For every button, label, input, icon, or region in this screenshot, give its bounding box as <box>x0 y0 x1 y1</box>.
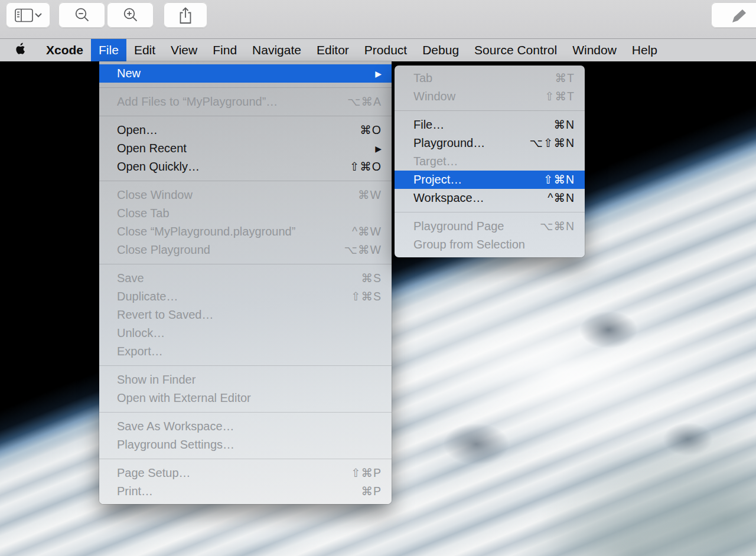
menu-item-label: Add Files to “MyPlayground”… <box>117 95 278 109</box>
menu-item-label: Duplicate… <box>117 290 178 303</box>
menubar-item-source-control[interactable]: Source Control <box>467 39 565 61</box>
zoom-out-button[interactable] <box>58 2 105 28</box>
markup-pen-icon <box>728 5 748 25</box>
menu-item-playground-settings[interactable]: Playground Settings… <box>99 436 392 454</box>
menu-item-label: Close Tab <box>117 207 170 220</box>
share-button[interactable] <box>164 2 207 28</box>
submenu-item-window[interactable]: Window ⇧⌘T <box>395 87 585 106</box>
menu-shortcut: ⌥⇧⌘N <box>530 136 575 150</box>
menubar-item-window[interactable]: Window <box>565 39 624 61</box>
menubar-item-edit[interactable]: Edit <box>126 39 163 61</box>
menu-item-label: Project… <box>413 173 462 187</box>
menu-item-revert-to-saved[interactable]: Revert to Saved… <box>99 306 392 324</box>
file-menu: New ▶ Add Files to “MyPlayground”… ⌥⌘A O… <box>99 61 392 504</box>
apple-menu[interactable] <box>14 39 31 61</box>
submenu-item-tab[interactable]: Tab ⌘T <box>395 69 585 87</box>
new-submenu: Tab ⌘T Window ⇧⌘T File… ⌘N Playground… ⌥… <box>395 66 585 257</box>
menu-item-label: Save As Workspace… <box>117 420 234 433</box>
menu-bar: Xcode File Edit View Find Navigate Edito… <box>0 39 756 61</box>
menubar-item-xcode[interactable]: Xcode <box>38 39 91 61</box>
submenu-arrow-icon: ▶ <box>375 144 382 153</box>
menu-item-label: Playground… <box>413 136 485 150</box>
menu-item-label: Close Window <box>117 188 193 202</box>
menu-shortcut: ⌘T <box>555 71 575 85</box>
zoom-in-icon <box>122 7 139 24</box>
submenu-item-playground[interactable]: Playground… ⌥⇧⌘N <box>395 134 585 152</box>
menu-item-label: Workspace… <box>413 191 484 205</box>
menu-item-open[interactable]: Open… ⌘O <box>99 121 392 139</box>
markup-button[interactable] <box>711 2 756 28</box>
menu-item-label: File… <box>413 118 444 132</box>
menu-item-save[interactable]: Save ⌘S <box>99 269 392 287</box>
window-toolbar <box>0 0 756 39</box>
menu-item-open-recent[interactable]: Open Recent ▶ <box>99 139 392 158</box>
menubar-item-view[interactable]: View <box>163 39 205 61</box>
menu-item-page-setup[interactable]: Page Setup… ⇧⌘P <box>99 464 392 482</box>
menu-item-open-quickly[interactable]: Open Quickly… ⇧⌘O <box>99 158 392 176</box>
menu-shortcut: ⇧⌘N <box>543 173 575 187</box>
menubar-item-navigate[interactable]: Navigate <box>245 39 309 61</box>
menu-item-label: Tab <box>413 71 432 85</box>
menu-item-close-tab[interactable]: Close Tab <box>99 204 392 223</box>
menu-item-label: Close “MyPlayground.playground” <box>117 225 295 238</box>
zoom-in-button[interactable] <box>107 2 154 28</box>
menu-item-label: Open Recent <box>117 142 187 155</box>
menu-item-label: Page Setup… <box>117 466 191 480</box>
menu-item-close-playground-file[interactable]: Close “MyPlayground.playground” ^⌘W <box>99 223 392 241</box>
menu-item-label: Open with External Editor <box>117 391 251 405</box>
menu-item-new[interactable]: New ▶ <box>99 64 392 83</box>
menu-item-label: Target… <box>413 155 458 168</box>
apple-logo-icon <box>15 42 25 58</box>
menu-separator <box>99 365 392 366</box>
submenu-item-project[interactable]: Project… ⇧⌘N <box>395 171 585 189</box>
menu-shortcut: ⇧⌘S <box>351 290 382 303</box>
menu-item-show-in-finder[interactable]: Show in Finder <box>99 371 392 389</box>
menu-separator <box>395 110 585 111</box>
menu-separator <box>99 264 392 264</box>
menu-shortcut: ⇧⌘P <box>351 466 382 480</box>
menu-shortcut: ⌘O <box>360 123 382 137</box>
menu-shortcut: ⌥⌘N <box>540 220 575 233</box>
menu-item-open-with-external-editor[interactable]: Open with External Editor <box>99 389 392 407</box>
menu-separator <box>99 181 392 181</box>
menubar-item-file[interactable]: File <box>91 39 126 61</box>
menubar-item-debug[interactable]: Debug <box>415 39 467 61</box>
screen: Xcode File Edit View Find Navigate Edito… <box>0 0 756 556</box>
menu-shortcut: ⌥⌘A <box>347 95 382 109</box>
menu-shortcut: ⌘N <box>553 118 575 132</box>
menu-item-label: Revert to Saved… <box>117 308 213 322</box>
menubar-item-editor[interactable]: Editor <box>309 39 357 61</box>
menu-separator <box>99 116 392 116</box>
menu-shortcut: ⇧⌘O <box>350 160 382 174</box>
menu-shortcut: ⇧⌘T <box>545 90 575 103</box>
menu-item-label: Close Playground <box>117 243 210 257</box>
menu-separator <box>99 412 392 413</box>
menu-separator <box>99 459 392 459</box>
menu-shortcut: ⌥⌘W <box>344 243 382 257</box>
submenu-item-workspace[interactable]: Workspace… ^⌘N <box>395 189 585 207</box>
menubar-item-product[interactable]: Product <box>357 39 415 61</box>
submenu-item-playground-page[interactable]: Playground Page ⌥⌘N <box>395 217 585 236</box>
menu-item-add-files[interactable]: Add Files to “MyPlayground”… ⌥⌘A <box>99 93 392 111</box>
menu-item-label: Export… <box>117 345 163 358</box>
menu-shortcut: ⌘W <box>358 188 382 202</box>
menu-item-print[interactable]: Print… ⌘P <box>99 482 392 501</box>
menu-shortcut: ⌘P <box>361 485 382 498</box>
sidebar-toggle-icon <box>15 8 42 22</box>
menu-item-label: Window <box>413 90 455 103</box>
submenu-item-target[interactable]: Target… <box>395 152 585 171</box>
sidebar-toggle-button[interactable] <box>6 2 50 28</box>
submenu-arrow-icon: ▶ <box>375 69 382 79</box>
menubar-item-help[interactable]: Help <box>624 39 665 61</box>
menu-item-unlock[interactable]: Unlock… <box>99 324 392 342</box>
menu-shortcut: ^⌘W <box>352 225 382 238</box>
submenu-item-group-from-selection[interactable]: Group from Selection <box>395 236 585 254</box>
menu-item-duplicate[interactable]: Duplicate… ⇧⌘S <box>99 287 392 306</box>
menubar-item-find[interactable]: Find <box>205 39 245 61</box>
menu-item-close-window[interactable]: Close Window ⌘W <box>99 186 392 204</box>
menu-item-close-playground[interactable]: Close Playground ⌥⌘W <box>99 241 392 259</box>
menu-item-save-as-workspace[interactable]: Save As Workspace… <box>99 417 392 436</box>
menu-item-export[interactable]: Export… <box>99 342 392 361</box>
menu-item-label: Playground Page <box>413 220 504 233</box>
submenu-item-file[interactable]: File… ⌘N <box>395 116 585 134</box>
